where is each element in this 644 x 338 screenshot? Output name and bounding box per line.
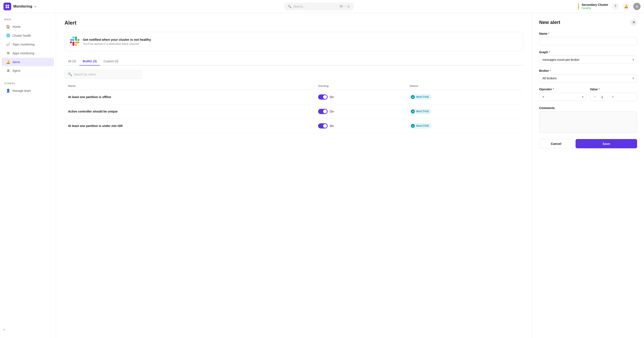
- status-dot-3: [411, 124, 415, 128]
- slack-logo: [70, 37, 80, 47]
- sidebar-item-alerts[interactable]: 🔔 Alerts: [2, 58, 54, 66]
- value-decrement-button[interactable]: −: [593, 95, 597, 99]
- field-comments-group: Comments: [539, 106, 637, 134]
- search-shortcut: ⌘ + k: [339, 5, 350, 8]
- tab-all[interactable]: All (3): [64, 57, 80, 66]
- sidebar-item-home[interactable]: 🏠 Home: [2, 23, 54, 31]
- sidebar-item-home-label: Home: [12, 25, 20, 29]
- banner-text: Get notified when your cluster is not he…: [83, 38, 151, 46]
- toggle-3[interactable]: [318, 123, 328, 128]
- alert-name-1: At least one partition is offline: [68, 95, 111, 99]
- toggle-wrap-2: On: [318, 109, 403, 114]
- operator-select-wrap: > >= < <= = ▾: [539, 93, 586, 101]
- manage-team-icon: 👤: [6, 89, 10, 93]
- value-input[interactable]: [598, 95, 609, 99]
- search-icon: 🔍: [68, 72, 72, 76]
- cluster-name: Secondary Cluster: [582, 3, 608, 7]
- name-input[interactable]: [539, 37, 637, 45]
- value-input-wrap: − +: [590, 93, 637, 101]
- sidebar-others-label: OTHERS: [0, 80, 56, 86]
- help-button[interactable]: ?: [612, 3, 619, 10]
- status-text-1: INACTIVE: [416, 95, 429, 98]
- sidebar-item-cluster-health[interactable]: 🌐 Cluster health: [2, 31, 54, 40]
- toggle-wrap-1: On: [318, 94, 403, 100]
- table-row: Active controller should be unique On IN…: [64, 104, 524, 119]
- graph-select-wrap: messages-count-per-broker cpu-usage memo…: [539, 56, 637, 64]
- alerts-table: Name Alerting Status At least one partit…: [64, 82, 524, 133]
- sidebar-item-alerts-label: Alerts: [12, 60, 20, 64]
- sidebar-item-apps-monitoring-label: Apps monitoring: [12, 52, 34, 55]
- topic-monitoring-icon: 📈: [6, 42, 10, 46]
- sidebar-item-topic-monitoring[interactable]: 📈 Topic monitoring: [2, 40, 54, 49]
- status-text-3: INACTIVE: [416, 124, 429, 127]
- graph-field-label: Graph *: [539, 50, 637, 54]
- banner-subtitle: You'll be alerted in a dedicated Slack c…: [83, 42, 151, 46]
- status-badge-2: INACTIVE: [410, 109, 432, 114]
- panel-footer: Cancel Save: [539, 139, 637, 148]
- search-icon: 🔍: [288, 5, 292, 8]
- alerts-icon: 🔔: [6, 60, 10, 64]
- toggle-label-2: On: [330, 110, 334, 113]
- tab-builtin[interactable]: Builtin (3): [80, 57, 100, 66]
- comments-textarea[interactable]: [539, 111, 637, 133]
- shortcut-k: k: [347, 5, 350, 8]
- col-header-name: Name: [64, 82, 315, 90]
- col-header-status: Status: [406, 82, 524, 90]
- field-graph-group: Graph * messages-count-per-broker cpu-us…: [539, 50, 637, 64]
- toggle-1[interactable]: [318, 94, 328, 100]
- app-name: Monitoring: [13, 4, 32, 9]
- operator-select[interactable]: > >= < <= =: [539, 93, 586, 101]
- toggle-2[interactable]: [318, 109, 328, 114]
- sidebar-item-agent[interactable]: 🖥 Agent: [2, 67, 54, 75]
- field-name-group: Name *: [539, 32, 637, 45]
- col-header-alerting: Alerting: [315, 82, 406, 90]
- app-header: Monitoring ▾ 🔍 Search... ⌘ + k Secondary…: [0, 0, 644, 13]
- sidebar-item-cluster-health-label: Cluster health: [12, 34, 31, 37]
- new-alert-panel: New alert ✕ Name * Graph * messages-coun…: [532, 13, 644, 338]
- dropdown-icon[interactable]: ▾: [34, 5, 36, 8]
- sidebar-collapse-button[interactable]: ‹: [0, 324, 56, 334]
- name-field-label: Name *: [539, 32, 637, 35]
- banner-title: Get notified when your cluster is not he…: [83, 38, 151, 41]
- app-logo-icon[interactable]: [4, 3, 11, 10]
- panel-title: New alert: [539, 20, 560, 25]
- alert-tabs: All (3) Builtin (3) Custom (0): [64, 57, 524, 66]
- status-badge-3: INACTIVE: [410, 123, 432, 129]
- main-content: Alert Get notified when your cluster is …: [56, 13, 532, 338]
- shortcut-plus: +: [344, 5, 346, 8]
- close-button[interactable]: ✕: [630, 19, 637, 26]
- alert-search[interactable]: 🔍: [64, 70, 142, 79]
- tab-custom[interactable]: Custom (0): [100, 57, 122, 66]
- agent-icon: 🖥: [6, 69, 10, 73]
- svg-rect-1: [8, 5, 9, 6]
- shortcut-cmd: ⌘: [339, 5, 344, 8]
- graph-select[interactable]: messages-count-per-broker cpu-usage memo…: [539, 56, 637, 64]
- panel-header: New alert ✕: [539, 19, 637, 26]
- avatar[interactable]: A: [633, 3, 640, 10]
- search-box[interactable]: 🔍 Search... ⌘ + k: [284, 3, 354, 10]
- sidebar-item-topic-monitoring-label: Topic monitoring: [12, 43, 34, 46]
- table-row: At least one partition is offline On INA…: [64, 90, 524, 104]
- save-button[interactable]: Save: [576, 139, 637, 148]
- search-input[interactable]: [74, 73, 139, 76]
- table-row: At least one partition is under min ISR …: [64, 119, 524, 133]
- sidebar-item-apps-monitoring[interactable]: ⚙ Apps monitoring: [2, 49, 54, 57]
- broker-select[interactable]: All brokers Broker 1 Broker 2: [539, 74, 637, 82]
- cancel-button[interactable]: Cancel: [539, 139, 573, 148]
- toggle-label-1: On: [330, 95, 334, 99]
- field-operator-group: Operator * > >= < <= = ▾: [539, 88, 586, 101]
- sidebar-item-manage-team[interactable]: 👤 Manage team: [2, 86, 54, 95]
- operator-value-row: Operator * > >= < <= = ▾ Value: [539, 88, 637, 101]
- status-dot-2: [411, 109, 415, 113]
- page-title: Alert: [64, 20, 524, 26]
- sidebar-main-section: MAIN 🏠 Home 🌐 Cluster health 📈 Topic mon…: [0, 16, 56, 75]
- sidebar-item-manage-team-label: Manage team: [12, 89, 31, 92]
- svg-rect-3: [8, 7, 9, 8]
- value-increment-button[interactable]: +: [611, 95, 615, 99]
- notifications-button[interactable]: 🔔: [622, 3, 630, 10]
- field-value-group: Value * − +: [590, 88, 637, 101]
- toggle-label-3: On: [330, 124, 334, 128]
- cluster-info: Secondary Cluster Healthy: [578, 3, 608, 10]
- sidebar-others-section: OTHERS 👤 Manage team: [0, 80, 56, 95]
- value-required: *: [598, 88, 600, 91]
